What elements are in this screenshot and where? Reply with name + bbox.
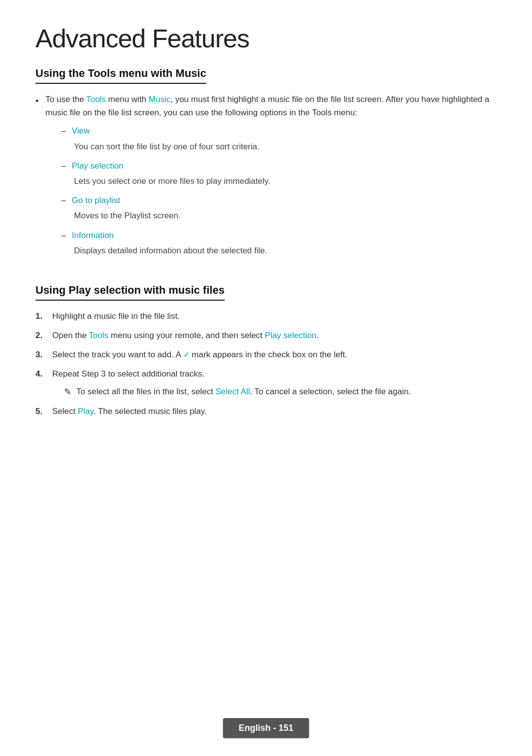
play-selection-link: Play selection bbox=[72, 159, 124, 172]
section1-bullet-text: To use the Tools menu with Music, you mu… bbox=[45, 93, 497, 263]
step-5-num: 5. bbox=[35, 405, 47, 418]
play-selection-description: Lets you select one or more files to pla… bbox=[61, 174, 497, 188]
step-5: 5. Select Play. The selected music files… bbox=[35, 405, 497, 418]
footer-page-label: English - 151 bbox=[223, 718, 309, 738]
step-2: 2. Open the Tools menu using your remote… bbox=[35, 329, 497, 342]
go-to-playlist-description: Moves to the Playlist screen. bbox=[61, 209, 497, 222]
step-1-num: 1. bbox=[35, 309, 47, 323]
section2-heading: Using Play selection with music files bbox=[35, 284, 225, 301]
play-selection-link-2: Play selection bbox=[265, 331, 317, 340]
go-to-playlist-link: Go to playlist bbox=[72, 194, 120, 207]
information-description: Displays detailed information about the … bbox=[61, 244, 497, 257]
sub-item-view-header: – View bbox=[61, 124, 497, 137]
step-4-num: 4. bbox=[35, 367, 47, 380]
step-3-num: 3. bbox=[35, 348, 47, 361]
note-pencil-icon: ✎ bbox=[64, 385, 71, 399]
dash-icon-1: – bbox=[61, 124, 66, 137]
step-5-text: Select Play. The selected music files pl… bbox=[52, 405, 207, 418]
section-play-selection: Using Play selection with music files 1.… bbox=[35, 284, 497, 418]
step-3-text: Select the track you want to add. A ✓ ma… bbox=[52, 348, 347, 361]
sub-item-information: – Information Displays detailed informat… bbox=[61, 229, 497, 257]
sub-item-information-header: – Information bbox=[61, 229, 497, 242]
step-4-text: Repeat Step 3 to select additional track… bbox=[52, 367, 411, 380]
information-link: Information bbox=[72, 229, 114, 242]
dash-icon-2: – bbox=[61, 159, 66, 172]
step-1-text: Highlight a music file in the file list. bbox=[52, 309, 180, 323]
step-1: 1. Highlight a music file in the file li… bbox=[35, 309, 497, 323]
page-title: Advanced Features bbox=[35, 24, 497, 53]
step-2-text: Open the Tools menu using your remote, a… bbox=[52, 329, 319, 342]
dash-icon-4: – bbox=[61, 229, 66, 242]
section1-bullet-item: • To use the Tools menu with Music, you … bbox=[35, 93, 497, 263]
footer: English - 151 bbox=[223, 718, 309, 738]
step-4-note: ✎ To select all the files in the list, s… bbox=[64, 385, 411, 399]
dash-icon-3: – bbox=[61, 194, 66, 207]
tools-link-1: Tools bbox=[86, 95, 106, 104]
section1-heading: Using the Tools menu with Music bbox=[35, 67, 206, 84]
step-4: 4. Repeat Step 3 to select additional tr… bbox=[35, 367, 497, 399]
sub-item-view: – View You can sort the file list by one… bbox=[61, 124, 497, 153]
sub-item-play-header: – Play selection bbox=[61, 159, 497, 172]
sub-item-go-to-playlist: – Go to playlist Moves to the Playlist s… bbox=[61, 194, 497, 222]
step-3: 3. Select the track you want to add. A ✓… bbox=[35, 348, 497, 361]
select-all-link: Select All bbox=[216, 387, 250, 396]
section-tools-menu: Using the Tools menu with Music • To use… bbox=[35, 67, 497, 263]
section2-steps-list: 1. Highlight a music file in the file li… bbox=[35, 309, 497, 418]
step-2-num: 2. bbox=[35, 329, 47, 342]
play-link: Play bbox=[78, 407, 94, 416]
checkmark-icon: ✓ bbox=[183, 350, 190, 359]
view-description: You can sort the file list by one of fou… bbox=[61, 140, 497, 153]
view-link: View bbox=[72, 124, 90, 137]
music-link: Music bbox=[149, 95, 170, 104]
step-4-note-text: To select all the files in the list, sel… bbox=[76, 385, 411, 398]
bullet-dot-icon: • bbox=[35, 94, 38, 108]
sub-item-playlist-header: – Go to playlist bbox=[61, 194, 497, 207]
sub-item-play-selection: – Play selection Lets you select one or … bbox=[61, 159, 497, 188]
step-4-content: Repeat Step 3 to select additional track… bbox=[52, 367, 411, 399]
sub-options-list: – View You can sort the file list by one… bbox=[45, 124, 497, 257]
tools-link-2: Tools bbox=[89, 331, 108, 340]
section1-bullet-list: • To use the Tools menu with Music, you … bbox=[35, 93, 497, 263]
